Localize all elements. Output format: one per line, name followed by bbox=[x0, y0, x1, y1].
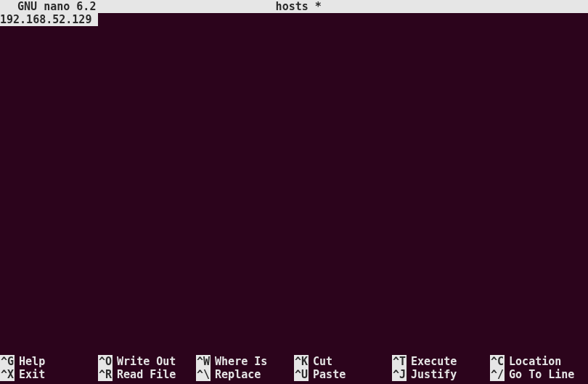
editor-line-1: 192.168.52.129 bbox=[0, 13, 91, 26]
shortcut-label: Write Out bbox=[117, 355, 176, 368]
shortcut-writeout[interactable]: ^O Write Out bbox=[98, 355, 196, 368]
nano-filename: hosts * bbox=[96, 0, 501, 13]
text-cursor bbox=[91, 13, 98, 26]
nano-titlebar: GNU nano 6.2 hosts * bbox=[0, 0, 588, 13]
shortcut-replace[interactable]: ^\ Replace bbox=[196, 368, 294, 381]
editor-area[interactable]: 192.168.52.129 bbox=[0, 13, 588, 355]
shortcut-label: Read File bbox=[117, 368, 176, 381]
shortcut-label: Exit bbox=[19, 368, 45, 381]
shortcut-key: ^R bbox=[98, 368, 113, 381]
shortcut-label: Go To Line bbox=[509, 368, 574, 381]
nano-app-name: GNU nano 6.2 bbox=[0, 0, 96, 13]
shortcut-label: Justify bbox=[411, 368, 457, 381]
shortcut-key: ^O bbox=[98, 355, 113, 368]
shortcut-key: ^K bbox=[294, 355, 309, 368]
shortcut-key: ^U bbox=[294, 368, 309, 381]
shortcut-execute[interactable]: ^T Execute bbox=[392, 355, 490, 368]
shortcut-justify[interactable]: ^J Justify bbox=[392, 368, 490, 381]
shortcut-bar: ^G Help ^O Write Out ^W Where Is ^K Cut … bbox=[0, 355, 588, 384]
shortcut-label: Where Is bbox=[215, 355, 267, 368]
shortcut-whereis[interactable]: ^W Where Is bbox=[196, 355, 294, 368]
shortcut-cut[interactable]: ^K Cut bbox=[294, 355, 392, 368]
shortcut-label: Execute bbox=[411, 355, 457, 368]
shortcut-key: ^G bbox=[0, 355, 15, 368]
shortcut-location[interactable]: ^C Location bbox=[490, 355, 588, 368]
shortcut-key: ^C bbox=[490, 355, 505, 368]
shortcut-gotoline[interactable]: ^/ Go To Line bbox=[490, 368, 588, 381]
shortcut-label: Location bbox=[509, 355, 561, 368]
shortcut-label: Help bbox=[19, 355, 45, 368]
shortcut-key: ^W bbox=[196, 355, 211, 368]
shortcut-label: Cut bbox=[313, 355, 332, 368]
shortcut-paste[interactable]: ^U Paste bbox=[294, 368, 392, 381]
shortcut-label: Paste bbox=[313, 368, 346, 381]
shortcut-key: ^/ bbox=[490, 368, 505, 381]
shortcut-help[interactable]: ^G Help bbox=[0, 355, 98, 368]
shortcut-readfile[interactable]: ^R Read File bbox=[98, 368, 196, 381]
shortcut-key: ^\ bbox=[196, 368, 211, 381]
nano-terminal: GNU nano 6.2 hosts * 192.168.52.129 ^G H… bbox=[0, 0, 588, 384]
shortcut-key: ^J bbox=[392, 368, 407, 381]
shortcut-key: ^X bbox=[0, 368, 15, 381]
shortcut-label: Replace bbox=[215, 368, 261, 381]
shortcut-exit[interactable]: ^X Exit bbox=[0, 368, 98, 381]
shortcut-key: ^T bbox=[392, 355, 407, 368]
